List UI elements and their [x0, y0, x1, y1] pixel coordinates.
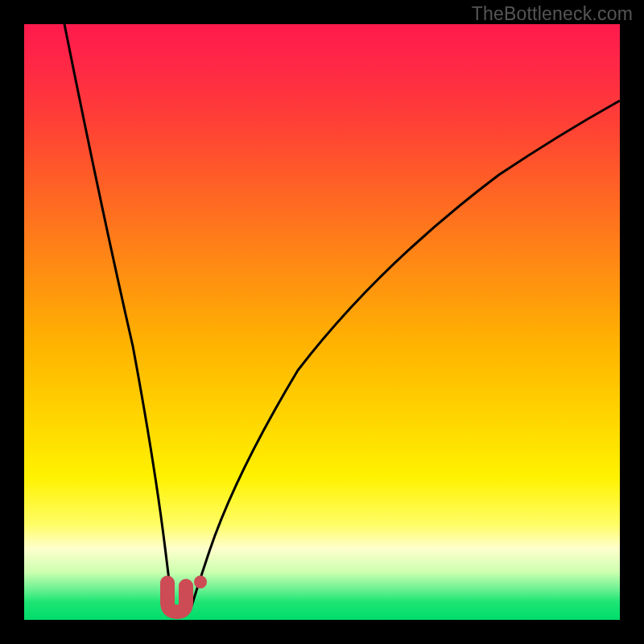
dip-marker-dot — [194, 576, 207, 588]
chart-frame: TheBottleneck.com — [0, 0, 644, 644]
plot-area — [24, 24, 620, 620]
curve-layer — [24, 24, 620, 620]
watermark-text: TheBottleneck.com — [472, 3, 633, 25]
curve-left-branch — [64, 24, 172, 606]
dip-marker-u — [167, 583, 186, 612]
curve-right-branch — [192, 101, 620, 606]
